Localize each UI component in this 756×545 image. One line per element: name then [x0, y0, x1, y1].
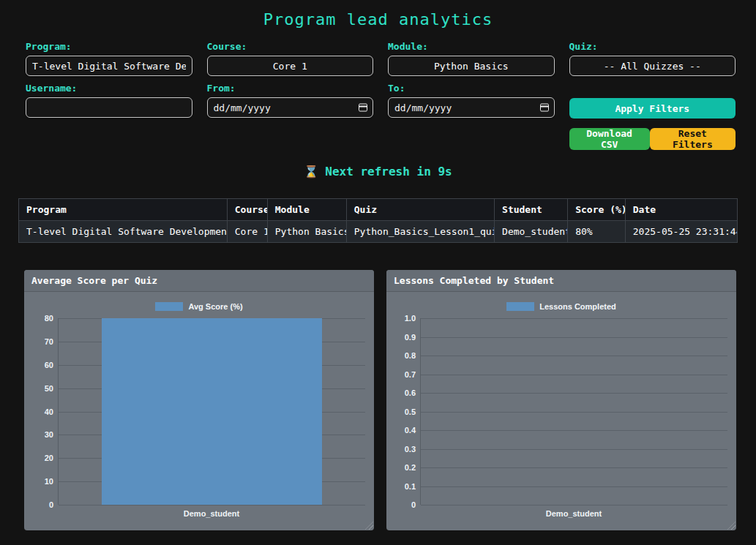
chart-legend: Avg Score (%): [24, 301, 374, 312]
x-axis-labels: Demo_student: [58, 509, 365, 518]
gridline: [421, 486, 727, 487]
y-axis-tick: 40: [45, 407, 53, 416]
resize-handle[interactable]: [365, 522, 373, 530]
username-filter: Username:: [26, 83, 192, 119]
legend-label: Lessons Completed: [539, 302, 616, 311]
legend-swatch: [506, 302, 534, 311]
column-header: Student: [495, 199, 568, 221]
gridline: [421, 393, 727, 394]
y-axis-tick: 0.4: [405, 426, 416, 435]
hourglass-icon: ⌛: [304, 165, 318, 178]
table-cell: Demo_student: [495, 221, 568, 243]
gridline: [421, 337, 727, 338]
column-header: Date: [625, 199, 737, 221]
y-axis-tick: 0.3: [405, 445, 416, 454]
calendar-icon[interactable]: [540, 104, 549, 112]
from-label: From:: [207, 83, 374, 94]
table-cell: 2025-05-25 23:31:44: [625, 221, 737, 243]
legend-swatch: [155, 302, 183, 311]
table-cell: 80%: [568, 221, 626, 243]
y-axis-tick: 70: [45, 337, 53, 346]
quiz-select[interactable]: -- All Quizzes --: [569, 56, 736, 76]
gridline: [421, 449, 727, 450]
calendar-icon[interactable]: [359, 104, 367, 112]
username-input[interactable]: [26, 97, 192, 118]
chart-legend: Lessons Completed: [386, 301, 736, 312]
column-header: Quiz: [346, 199, 494, 221]
avg-score-chart-panel: Average Score per Quiz Avg Score (%) 807…: [24, 270, 374, 530]
module-label: Module:: [388, 41, 555, 52]
chart-title: Lessons Completed by Student: [386, 270, 736, 292]
lessons-completed-chart-panel: Lessons Completed by Student Lessons Com…: [386, 270, 736, 530]
program-filter: Program: T-level Digital Software Develo…: [26, 41, 192, 76]
download-csv-button[interactable]: Download CSV: [569, 128, 650, 150]
table-row: T-level Digital Software DevelopmentCore…: [19, 221, 738, 243]
resize-handle[interactable]: [727, 522, 736, 530]
username-label: Username:: [26, 83, 192, 94]
bar: [102, 318, 323, 505]
chart-title: Average Score per Quiz: [24, 270, 374, 292]
y-axis-tick: 0.8: [405, 351, 416, 360]
x-axis-label: Demo_student: [58, 509, 365, 518]
table-cell: Core 1: [227, 221, 267, 243]
to-label: To:: [388, 83, 555, 94]
to-date-filter: To:: [388, 83, 555, 119]
results-table: ProgramCourseModuleQuizStudentScore (%)D…: [18, 198, 738, 243]
results-table-header-row: ProgramCourseModuleQuizStudentScore (%)D…: [19, 199, 738, 221]
to-date-input[interactable]: [388, 97, 555, 118]
y-axis-tick: 20: [45, 454, 53, 462]
x-axis-labels: Demo_student: [420, 509, 727, 518]
column-header: Program: [19, 199, 228, 221]
table-cell: Python Basics: [267, 221, 346, 243]
y-axis-tick: 0.6: [405, 388, 416, 397]
column-header: Score (%): [568, 199, 626, 221]
quiz-label: Quiz:: [569, 41, 736, 52]
x-axis-label: Demo_student: [420, 509, 727, 518]
gridline: [421, 375, 727, 375]
y-axis-tick: 60: [45, 361, 53, 369]
table-cell: T-level Digital Software Development: [19, 221, 228, 243]
results-table-body: T-level Digital Software DevelopmentCore…: [19, 221, 738, 243]
reset-filters-button[interactable]: Reset Filters: [650, 128, 736, 150]
program-label: Program:: [26, 41, 192, 52]
apply-filter-cell: Apply Filters: [569, 83, 736, 119]
apply-filters-button[interactable]: Apply Filters: [569, 98, 736, 119]
course-select[interactable]: Core 1: [207, 56, 374, 76]
module-select[interactable]: Python Basics: [388, 56, 555, 76]
module-filter: Module: Python Basics: [388, 41, 555, 76]
from-date-input[interactable]: [207, 97, 374, 118]
from-date-filter: From:: [207, 83, 374, 119]
y-axis-tick: 0.1: [405, 482, 416, 491]
y-axis-tick: 50: [45, 384, 53, 393]
filter-bar: Program: T-level Digital Software Develo…: [26, 41, 736, 150]
refresh-text: Next refresh in 9s: [325, 165, 452, 178]
y-axis-tick: 10: [45, 477, 53, 486]
course-filter: Course: Core 1: [207, 41, 374, 76]
y-axis-tick: 80: [45, 314, 53, 323]
column-header: Module: [267, 199, 346, 221]
program-select[interactable]: T-level Digital Software Development: [26, 56, 192, 76]
charts-row: Average Score per Quiz Avg Score (%) 807…: [24, 270, 736, 530]
plot-area: 1.00.90.80.70.60.50.40.30.20.10: [420, 318, 727, 505]
y-axis-tick: 0.7: [405, 370, 416, 379]
gridline: [421, 430, 727, 431]
course-label: Course:: [207, 41, 374, 52]
legend-label: Avg Score (%): [188, 302, 242, 311]
gridline: [421, 505, 727, 505]
refresh-notice: ⌛Next refresh in 9s: [0, 165, 756, 178]
gridline: [421, 356, 727, 356]
secondary-actions: Download CSV Reset Filters: [569, 128, 736, 150]
gridline: [421, 318, 727, 319]
gridline: [59, 505, 365, 505]
y-axis-tick: 0.5: [405, 407, 416, 416]
gridline: [421, 467, 727, 468]
y-axis-tick: 0: [49, 500, 53, 509]
plot-area: 80706050403020100: [58, 318, 365, 505]
y-axis-tick: 0.9: [405, 333, 416, 342]
y-axis-tick: 0.2: [405, 463, 416, 472]
gridline: [421, 412, 727, 413]
y-axis-tick: 1.0: [405, 314, 416, 323]
quiz-filter: Quiz: -- All Quizzes --: [569, 41, 736, 76]
column-header: Course: [227, 199, 267, 221]
page-title: Program lead analytics: [0, 10, 756, 29]
